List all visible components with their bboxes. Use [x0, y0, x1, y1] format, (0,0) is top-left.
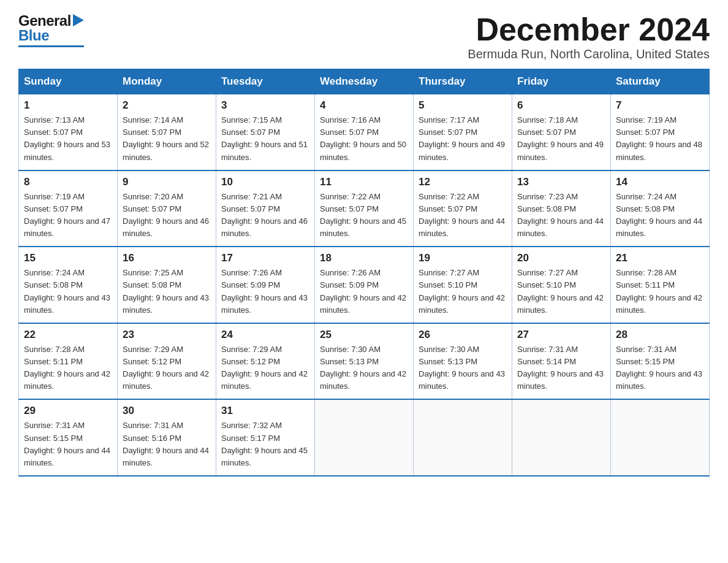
calendar-cell: 1 Sunrise: 7:13 AMSunset: 5:07 PMDayligh…	[19, 94, 118, 170]
calendar-cell: 29 Sunrise: 7:31 AMSunset: 5:15 PMDaylig…	[19, 399, 118, 476]
day-info: Sunrise: 7:23 AMSunset: 5:08 PMDaylight:…	[517, 192, 604, 238]
calendar-cell: 27 Sunrise: 7:31 AMSunset: 5:14 PMDaylig…	[512, 323, 611, 400]
calendar-cell: 24 Sunrise: 7:29 AMSunset: 5:12 PMDaylig…	[216, 323, 315, 400]
day-number: 22	[24, 329, 112, 341]
calendar-cell: 30 Sunrise: 7:31 AMSunset: 5:16 PMDaylig…	[118, 399, 216, 476]
day-number: 17	[221, 252, 309, 264]
calendar-week-row: 22 Sunrise: 7:28 AMSunset: 5:11 PMDaylig…	[19, 323, 710, 400]
day-number: 29	[24, 405, 112, 417]
day-info: Sunrise: 7:29 AMSunset: 5:12 PMDaylight:…	[123, 345, 209, 391]
calendar-cell: 28 Sunrise: 7:31 AMSunset: 5:15 PMDaylig…	[611, 323, 710, 400]
day-number: 10	[221, 176, 309, 188]
day-info: Sunrise: 7:31 AMSunset: 5:15 PMDaylight:…	[616, 345, 702, 391]
day-info: Sunrise: 7:26 AMSunset: 5:09 PMDaylight:…	[320, 268, 406, 314]
day-info: Sunrise: 7:31 AMSunset: 5:15 PMDaylight:…	[24, 421, 110, 467]
calendar-week-row: 15 Sunrise: 7:24 AMSunset: 5:08 PMDaylig…	[19, 247, 710, 323]
calendar-cell: 25 Sunrise: 7:30 AMSunset: 5:13 PMDaylig…	[315, 323, 414, 400]
calendar-header-monday: Monday	[118, 69, 216, 94]
day-number: 16	[123, 252, 211, 264]
calendar-cell: 17 Sunrise: 7:26 AMSunset: 5:09 PMDaylig…	[216, 247, 315, 323]
day-info: Sunrise: 7:16 AMSunset: 5:07 PMDaylight:…	[320, 115, 406, 161]
calendar-cell: 18 Sunrise: 7:26 AMSunset: 5:09 PMDaylig…	[315, 247, 414, 323]
calendar-week-row: 1 Sunrise: 7:13 AMSunset: 5:07 PMDayligh…	[19, 94, 710, 170]
calendar-cell: 31 Sunrise: 7:32 AMSunset: 5:17 PMDaylig…	[216, 399, 315, 476]
calendar-header-tuesday: Tuesday	[216, 69, 315, 94]
day-info: Sunrise: 7:31 AMSunset: 5:14 PMDaylight:…	[517, 345, 604, 391]
day-info: Sunrise: 7:27 AMSunset: 5:10 PMDaylight:…	[419, 268, 505, 314]
calendar-header-thursday: Thursday	[414, 69, 512, 94]
day-info: Sunrise: 7:13 AMSunset: 5:07 PMDaylight:…	[24, 115, 110, 161]
calendar-header-saturday: Saturday	[611, 69, 710, 94]
day-number: 20	[517, 252, 605, 264]
calendar-cell: 6 Sunrise: 7:18 AMSunset: 5:07 PMDayligh…	[512, 94, 611, 170]
calendar-cell: 5 Sunrise: 7:17 AMSunset: 5:07 PMDayligh…	[414, 94, 512, 170]
calendar-cell: 3 Sunrise: 7:15 AMSunset: 5:07 PMDayligh…	[216, 94, 315, 170]
calendar-week-row: 29 Sunrise: 7:31 AMSunset: 5:15 PMDaylig…	[19, 399, 710, 476]
calendar-cell: 22 Sunrise: 7:28 AMSunset: 5:11 PMDaylig…	[19, 323, 118, 400]
calendar-cell: 13 Sunrise: 7:23 AMSunset: 5:08 PMDaylig…	[512, 170, 611, 247]
calendar-cell	[611, 399, 710, 476]
day-number: 18	[320, 252, 408, 264]
calendar-cell: 14 Sunrise: 7:24 AMSunset: 5:08 PMDaylig…	[611, 170, 710, 247]
calendar-cell: 21 Sunrise: 7:28 AMSunset: 5:11 PMDaylig…	[611, 247, 710, 323]
day-number: 12	[419, 176, 507, 188]
calendar-cell: 2 Sunrise: 7:14 AMSunset: 5:07 PMDayligh…	[118, 94, 216, 170]
calendar-header-friday: Friday	[512, 69, 611, 94]
day-number: 8	[24, 176, 112, 188]
calendar-cell: 8 Sunrise: 7:19 AMSunset: 5:07 PMDayligh…	[19, 170, 118, 247]
day-number: 6	[517, 99, 605, 112]
day-number: 25	[320, 329, 408, 341]
calendar-cell: 20 Sunrise: 7:27 AMSunset: 5:10 PMDaylig…	[512, 247, 611, 323]
calendar-cell	[414, 399, 512, 476]
day-number: 11	[320, 176, 408, 188]
day-info: Sunrise: 7:20 AMSunset: 5:07 PMDaylight:…	[123, 192, 209, 238]
page-title: December 2024	[468, 12, 710, 47]
day-number: 7	[616, 99, 704, 112]
calendar-cell	[315, 399, 414, 476]
day-number: 15	[24, 252, 112, 264]
day-number: 27	[517, 329, 605, 341]
day-number: 4	[320, 99, 408, 112]
day-number: 2	[123, 99, 211, 112]
calendar-cell: 19 Sunrise: 7:27 AMSunset: 5:10 PMDaylig…	[414, 247, 512, 323]
calendar-cell: 10 Sunrise: 7:21 AMSunset: 5:07 PMDaylig…	[216, 170, 315, 247]
day-number: 19	[419, 252, 507, 264]
calendar-cell: 4 Sunrise: 7:16 AMSunset: 5:07 PMDayligh…	[315, 94, 414, 170]
day-info: Sunrise: 7:28 AMSunset: 5:11 PMDaylight:…	[616, 268, 702, 314]
logo: General Blue	[18, 12, 84, 47]
calendar-cell: 26 Sunrise: 7:30 AMSunset: 5:13 PMDaylig…	[414, 323, 512, 400]
day-number: 23	[123, 329, 211, 341]
logo-arrow-icon	[73, 14, 84, 29]
calendar-week-row: 8 Sunrise: 7:19 AMSunset: 5:07 PMDayligh…	[19, 170, 710, 247]
day-number: 21	[616, 252, 704, 264]
logo-blue-text: Blue	[18, 27, 49, 44]
day-number: 24	[221, 329, 309, 341]
day-info: Sunrise: 7:19 AMSunset: 5:07 PMDaylight:…	[24, 192, 110, 238]
day-number: 26	[419, 329, 507, 341]
day-info: Sunrise: 7:18 AMSunset: 5:07 PMDaylight:…	[517, 115, 604, 161]
day-info: Sunrise: 7:31 AMSunset: 5:16 PMDaylight:…	[123, 421, 209, 467]
day-number: 9	[123, 176, 211, 188]
calendar-cell: 23 Sunrise: 7:29 AMSunset: 5:12 PMDaylig…	[118, 323, 216, 400]
day-number: 13	[517, 176, 605, 188]
logo-underline	[18, 45, 84, 47]
calendar-cell: 9 Sunrise: 7:20 AMSunset: 5:07 PMDayligh…	[118, 170, 216, 247]
calendar-cell: 11 Sunrise: 7:22 AMSunset: 5:07 PMDaylig…	[315, 170, 414, 247]
day-info: Sunrise: 7:30 AMSunset: 5:13 PMDaylight:…	[419, 345, 505, 391]
day-info: Sunrise: 7:30 AMSunset: 5:13 PMDaylight:…	[320, 345, 406, 391]
day-info: Sunrise: 7:14 AMSunset: 5:07 PMDaylight:…	[123, 115, 209, 161]
day-info: Sunrise: 7:28 AMSunset: 5:11 PMDaylight:…	[24, 345, 110, 391]
day-number: 5	[419, 99, 507, 112]
day-number: 30	[123, 405, 211, 417]
title-block: December 2024 Bermuda Run, North Carolin…	[468, 12, 710, 61]
day-info: Sunrise: 7:17 AMSunset: 5:07 PMDaylight:…	[419, 115, 505, 161]
day-number: 1	[24, 99, 112, 112]
day-info: Sunrise: 7:22 AMSunset: 5:07 PMDaylight:…	[419, 192, 505, 238]
day-number: 3	[221, 99, 309, 112]
day-info: Sunrise: 7:29 AMSunset: 5:12 PMDaylight:…	[221, 345, 308, 391]
svg-marker-0	[73, 14, 84, 26]
calendar-header-row: SundayMondayTuesdayWednesdayThursdayFrid…	[19, 69, 710, 94]
day-info: Sunrise: 7:26 AMSunset: 5:09 PMDaylight:…	[221, 268, 308, 314]
calendar-cell: 12 Sunrise: 7:22 AMSunset: 5:07 PMDaylig…	[414, 170, 512, 247]
calendar-cell: 15 Sunrise: 7:24 AMSunset: 5:08 PMDaylig…	[19, 247, 118, 323]
